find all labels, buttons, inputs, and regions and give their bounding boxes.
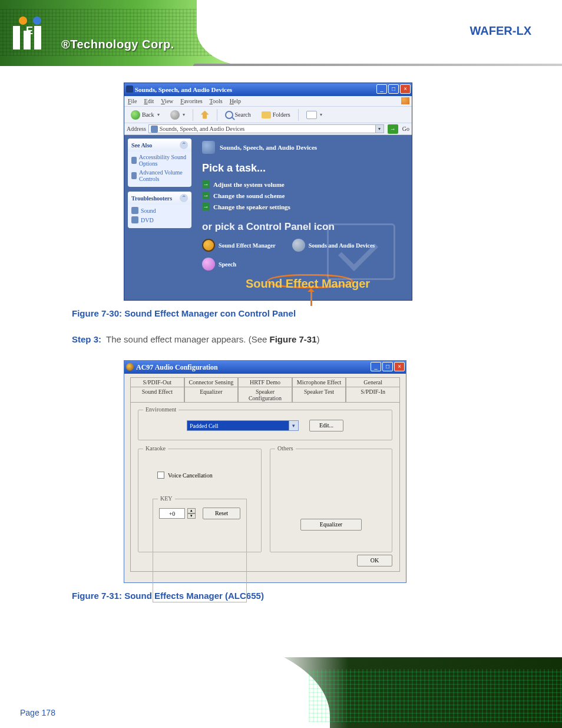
minimize-button[interactable]: _ xyxy=(371,362,381,371)
environment-group: Environment Padded Cell ▾ Edit... xyxy=(138,410,392,440)
task-link[interactable]: →Adjust the system volume xyxy=(202,180,405,188)
tab-equalizer[interactable]: Equalizer xyxy=(184,387,239,403)
address-input[interactable]: Sounds, Speech, and Audio Devices ▾ xyxy=(148,124,384,133)
address-value: Sounds, Speech, and Audio Devices xyxy=(160,126,244,132)
trouble-item[interactable]: Sound xyxy=(131,207,188,214)
menu-help[interactable]: Help xyxy=(230,96,241,106)
main-panel: Sounds, Speech, and Audio Devices Pick a… xyxy=(195,135,412,300)
menu-edit[interactable]: Edit xyxy=(144,96,154,106)
see-also-item[interactable]: Accessibility Sound Options xyxy=(131,154,188,167)
environment-legend: Environment xyxy=(143,406,178,413)
menu-tools[interactable]: Tools xyxy=(210,96,223,106)
folders-button[interactable]: Folders xyxy=(257,110,295,120)
pick-task-heading: Pick a task... xyxy=(202,162,405,174)
voice-cancellation-checkbox[interactable]: Voice Cancellation xyxy=(157,472,253,479)
sound-effect-manager-icon xyxy=(202,239,215,252)
figure-7-31-caption: Figure 7-31: Sound Effects Manager (ALC6… xyxy=(72,590,562,602)
window-icon xyxy=(126,363,134,371)
tab-hrtf-demo[interactable]: HRTF Demo xyxy=(238,377,292,387)
back-icon xyxy=(131,110,140,120)
maximize-button[interactable]: □ xyxy=(382,362,393,371)
address-icon xyxy=(151,126,158,133)
environment-select[interactable]: Padded Cell ▾ xyxy=(187,420,299,431)
tab-microphone-effect[interactable]: Microphone Effect xyxy=(292,377,346,387)
go-label: Go xyxy=(402,126,409,132)
sound-effect-panel: Environment Padded Cell ▾ Edit... Karaok… xyxy=(130,402,400,572)
close-button[interactable]: × xyxy=(400,84,411,94)
equalizer-button[interactable]: Equalizer xyxy=(300,519,362,531)
window-title: Sounds, Speech, and Audio Devices xyxy=(135,86,232,93)
task-link[interactable]: →Change the sound scheme xyxy=(202,192,405,199)
figure-7-30: Sounds, Speech, and Audio Devices _ □ × … xyxy=(124,83,562,301)
checkbox-icon xyxy=(157,472,164,479)
others-group: Others Equalizer xyxy=(270,449,392,552)
tab-speaker-configuration[interactable]: Speaker Configuration xyxy=(238,387,292,403)
key-group: KEY ▴ ▾ Reset xyxy=(153,499,247,602)
key-up-button[interactable]: ▴ xyxy=(187,508,196,513)
tab-row-1: S/PDIF-Out Connector Sensing HRTF Demo M… xyxy=(130,377,400,387)
dropdown-icon[interactable]: ▾ xyxy=(289,421,298,430)
category-icon xyxy=(202,141,215,154)
see-also-box: See Also⌃ Accessibility Sound Options Ad… xyxy=(128,139,191,187)
reset-button[interactable]: Reset xyxy=(203,508,240,519)
arrow-icon: → xyxy=(202,192,210,199)
arrow-icon: → xyxy=(202,180,210,188)
sound-effect-manager-link[interactable]: Sound Effect Manager xyxy=(202,239,276,252)
views-button[interactable]: ▾ xyxy=(302,109,326,121)
tab-spdif-in[interactable]: S/PDIF-In xyxy=(346,387,400,403)
help-icon xyxy=(131,216,138,223)
see-also-item[interactable]: Advanced Volume Controls xyxy=(131,169,188,182)
task-link[interactable]: →Change the speaker settings xyxy=(202,203,405,210)
checkmark-watermark xyxy=(327,223,404,294)
page-header: E ®Technology Corp. WAFER-LX xyxy=(0,0,562,66)
menu-file[interactable]: File xyxy=(128,96,137,106)
step-3-text: Step 3: The sound effect manager appears… xyxy=(72,334,562,345)
titlebar[interactable]: AC97 Audio Configuration _ □ × xyxy=(124,361,406,374)
others-legend: Others xyxy=(275,445,296,452)
address-dropdown-icon[interactable]: ▾ xyxy=(375,125,384,133)
titlebar[interactable]: Sounds, Speech, and Audio Devices _ □ × xyxy=(124,83,412,96)
menu-bar[interactable]: File Edit View Favorites Tools Help xyxy=(124,96,412,107)
search-button[interactable]: Search xyxy=(221,109,255,121)
collapse-icon[interactable]: ⌃ xyxy=(180,141,188,149)
close-button[interactable]: × xyxy=(394,362,405,371)
speech-icon xyxy=(202,258,215,271)
search-icon xyxy=(225,111,233,119)
page-content: Sounds, Speech, and Audio Devices _ □ × … xyxy=(0,71,562,616)
menu-favorites[interactable]: Favorites xyxy=(180,96,202,106)
minimize-button[interactable]: _ xyxy=(376,84,387,94)
troubleshooters-box: Troubleshooters⌃ Sound DVD xyxy=(128,192,191,228)
toolbar: Back▾ ▾ Search Folders ▾ xyxy=(124,107,412,123)
up-icon xyxy=(201,111,209,119)
troubleshooters-title: Troubleshooters xyxy=(131,195,172,202)
page-number: Page 178 xyxy=(20,708,55,717)
page-footer: Page 178 xyxy=(0,657,562,728)
forward-button[interactable]: ▾ xyxy=(166,108,189,121)
collapse-icon[interactable]: ⌃ xyxy=(180,194,188,202)
back-button[interactable]: Back▾ xyxy=(127,108,164,121)
speaker-icon xyxy=(292,239,305,252)
tab-speaker-test[interactable]: Speaker Test xyxy=(292,387,346,403)
iei-logo: E xyxy=(13,17,41,50)
address-label: Address xyxy=(127,126,146,132)
trouble-item[interactable]: DVD xyxy=(131,216,188,223)
tab-connector-sensing[interactable]: Connector Sensing xyxy=(184,377,239,387)
maximize-button[interactable]: □ xyxy=(388,84,399,94)
key-down-button[interactable]: ▾ xyxy=(187,513,196,519)
speech-link[interactable]: Speech xyxy=(202,258,236,271)
product-name: WAFER-LX xyxy=(470,25,531,37)
go-button[interactable]: → xyxy=(388,124,398,134)
ok-button[interactable]: OK xyxy=(357,555,392,566)
menu-view[interactable]: View xyxy=(161,96,173,106)
figure-7-31: AC97 Audio Configuration _ □ × S/PDIF-Ou… xyxy=(124,360,562,583)
tab-sound-effect[interactable]: Sound Effect xyxy=(130,387,184,403)
window-title: AC97 Audio Configuration xyxy=(136,363,218,371)
up-button[interactable] xyxy=(197,109,213,121)
callout-arrow xyxy=(310,289,312,306)
edit-button[interactable]: Edit... xyxy=(309,420,343,431)
karaoke-legend: Karaoke xyxy=(143,445,168,452)
window-icon xyxy=(126,85,133,93)
tab-spdif-out[interactable]: S/PDIF-Out xyxy=(130,377,184,387)
key-input[interactable] xyxy=(159,508,185,519)
tab-general[interactable]: General xyxy=(346,377,400,387)
